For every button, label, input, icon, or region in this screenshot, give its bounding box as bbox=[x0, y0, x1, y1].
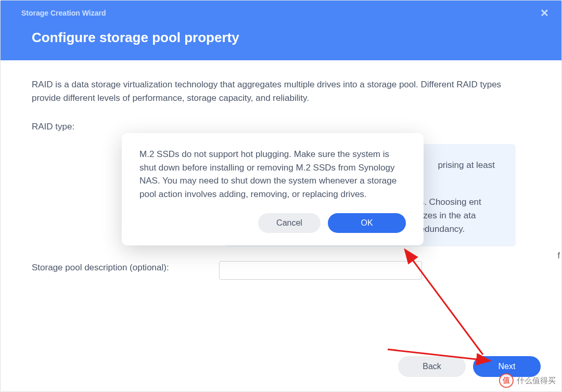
description-label: Storage pool description (optional): bbox=[32, 261, 219, 275]
watermark-text: 什么值得买 bbox=[517, 376, 556, 386]
description-row: Storage pool description (optional): bbox=[32, 261, 530, 280]
wizard-header: Storage Creation Wizard ✕ Configure stor… bbox=[1, 1, 561, 60]
page-title: Configure storage pool property bbox=[1, 19, 561, 60]
modal-footer: Cancel OK bbox=[139, 213, 406, 233]
modal-message: M.2 SSDs do not support hot plugging. Ma… bbox=[139, 148, 406, 201]
confirmation-modal: M.2 SSDs do not support hot plugging. Ma… bbox=[122, 133, 424, 245]
watermark: 值 什么值得买 bbox=[499, 373, 556, 388]
side-char: f bbox=[558, 251, 560, 260]
raid-type-label: RAID type: bbox=[32, 120, 219, 134]
watermark-badge-icon: 值 bbox=[499, 373, 514, 388]
intro-text: RAID is a data storage virtualization te… bbox=[32, 78, 530, 106]
ok-button[interactable]: OK bbox=[328, 213, 406, 233]
wizard-label: Storage Creation Wizard bbox=[21, 9, 106, 17]
back-button[interactable]: Back bbox=[398, 356, 466, 377]
cancel-button[interactable]: Cancel bbox=[258, 213, 321, 233]
wizard-footer: Back Next bbox=[1, 346, 561, 391]
close-icon[interactable]: ✕ bbox=[540, 7, 549, 19]
raid-type-row: RAID type: bbox=[32, 120, 530, 134]
description-input[interactable] bbox=[219, 261, 422, 280]
